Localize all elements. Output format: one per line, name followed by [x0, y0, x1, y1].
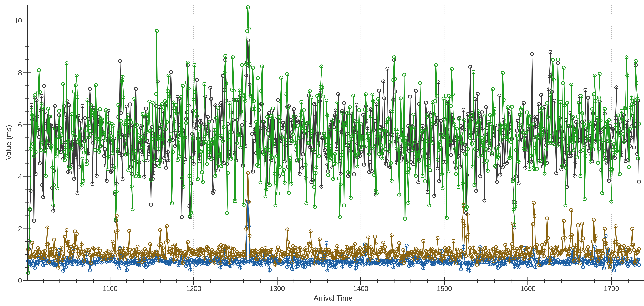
x-tick-label: 1400: [344, 284, 377, 292]
y-axis-title: Value (ms): [4, 113, 12, 172]
x-tick-label: 1600: [512, 284, 544, 292]
y-tick-label: 2: [0, 225, 22, 233]
x-tick-label: 1700: [595, 284, 628, 292]
y-tick-label: 8: [0, 69, 22, 77]
x-tick-label: 1500: [428, 284, 460, 292]
x-axis-title: Arrival Time: [289, 294, 377, 302]
y-tick-label: 10: [0, 17, 22, 25]
chart-area: 02468101100120013001400150016001700 Arri…: [0, 0, 644, 306]
chart-canvas: [0, 0, 644, 306]
y-tick-label: 0: [0, 277, 22, 285]
y-tick-label: 4: [0, 173, 22, 181]
x-tick-label: 1300: [261, 284, 293, 292]
x-tick-label: 1200: [178, 284, 210, 292]
x-tick-label: 1100: [94, 284, 126, 292]
